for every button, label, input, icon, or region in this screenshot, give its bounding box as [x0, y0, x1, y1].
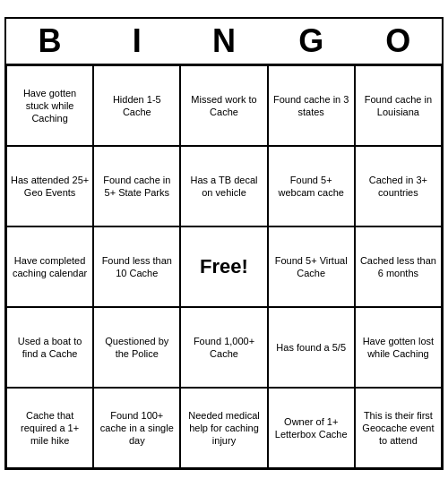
bingo-cell-16: Questioned by the Police	[93, 307, 180, 388]
bingo-letter-B: B	[9, 22, 91, 60]
bingo-cell-4: Found cache in Louisiana	[355, 65, 442, 146]
bingo-cell-14: Cached less than 6 months	[355, 226, 442, 307]
bingo-letter-O: O	[357, 22, 439, 60]
bingo-cell-7: Has a TB decal on vehicle	[180, 146, 267, 226]
bingo-cell-20: Cache that required a 1+ mile hike	[6, 388, 93, 468]
bingo-cell-22: Needed medical help for caching injury	[180, 388, 267, 468]
bingo-cell-19: Have gotten lost while Caching	[355, 307, 442, 388]
bingo-cell-23: Owner of 1+ Letterbox Cache	[268, 388, 355, 468]
bingo-cell-2: Missed work to Cache	[180, 65, 267, 146]
bingo-header: BINGO	[6, 19, 442, 65]
bingo-cell-6: Found cache in 5+ State Parks	[93, 146, 180, 226]
bingo-cell-11: Found less than 10 Cache	[93, 226, 180, 307]
bingo-cell-9: Cached in 3+ countries	[355, 146, 442, 226]
bingo-cell-18: Has found a 5/5	[268, 307, 355, 388]
bingo-cell-3: Found cache in 3 states	[268, 65, 355, 146]
bingo-letter-G: G	[270, 22, 352, 60]
bingo-cell-24: This is their first Geocache event to at…	[355, 388, 442, 468]
bingo-cell-12: Free!	[180, 226, 267, 307]
bingo-cell-15: Used a boat to find a Cache	[6, 307, 93, 388]
bingo-card: BINGO Have gotten stuck while CachingHid…	[4, 17, 444, 470]
bingo-grid: Have gotten stuck while CachingHidden 1-…	[6, 65, 442, 468]
bingo-cell-21: Found 100+ cache in a single day	[93, 388, 180, 468]
bingo-cell-17: Found 1,000+ Cache	[180, 307, 267, 388]
bingo-cell-5: Has attended 25+ Geo Events	[6, 146, 93, 226]
bingo-letter-N: N	[183, 22, 265, 60]
bingo-cell-1: Hidden 1-5 Cache	[93, 65, 180, 146]
bingo-cell-10: Have completed caching calendar	[6, 226, 93, 307]
bingo-letter-I: I	[96, 22, 178, 60]
bingo-cell-13: Found 5+ Virtual Cache	[268, 226, 355, 307]
bingo-cell-0: Have gotten stuck while Caching	[6, 65, 93, 146]
bingo-cell-8: Found 5+ webcam cache	[268, 146, 355, 226]
